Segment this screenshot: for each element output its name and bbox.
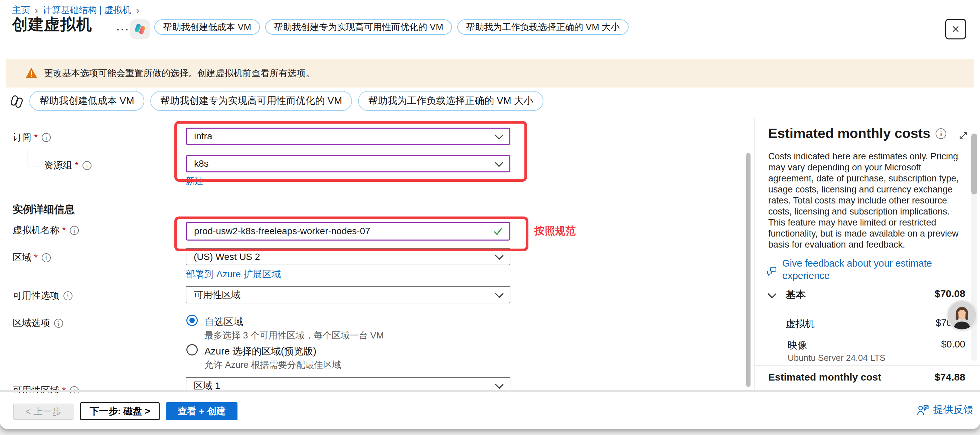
subscription-dropdown[interactable]: infra bbox=[186, 127, 511, 145]
required-marker: * bbox=[34, 252, 38, 263]
radio-azure-selected-zones[interactable] bbox=[186, 344, 198, 355]
availability-options-value: 可用性区域 bbox=[194, 288, 240, 301]
tree-connector bbox=[27, 149, 27, 166]
chevron-down-icon bbox=[495, 158, 503, 167]
radio-self-selected-zones[interactable] bbox=[186, 315, 198, 326]
more-menu-icon[interactable]: ⋯ bbox=[116, 21, 129, 37]
radio-azure-selected-zones-desc: 允许 Azure 根据需要分配最佳区域 bbox=[204, 359, 341, 371]
chevron-down-icon bbox=[495, 251, 503, 260]
info-icon[interactable] bbox=[54, 319, 63, 328]
total-cost-value: $74.88 bbox=[869, 371, 965, 383]
copilot-suggestion-vm-size[interactable]: 帮助我为工作负载选择正确的 VM 大小 bbox=[358, 91, 543, 111]
info-icon[interactable] bbox=[83, 161, 92, 170]
cost-item-label: 虚拟机 bbox=[786, 317, 815, 331]
chevron-right-icon: › bbox=[136, 6, 139, 15]
availability-options-dropdown[interactable]: 可用性区域 bbox=[186, 286, 511, 303]
radio-azure-selected-zones-label: Azure 选择的区域(预览版) bbox=[204, 345, 316, 358]
info-icon[interactable] bbox=[42, 133, 51, 142]
warning-banner: 更改基本选项可能会重置所做的选择。创建虚拟机前查看所有选项。 bbox=[6, 59, 974, 88]
cost-divider bbox=[754, 365, 980, 366]
collapse-panel-icon[interactable] bbox=[957, 130, 969, 143]
cost-group-label: 基本 bbox=[786, 288, 806, 302]
valid-check-icon bbox=[493, 226, 503, 236]
page-title: 创建虚拟机 bbox=[12, 14, 92, 35]
copilot-suggestion-low-cost[interactable]: 帮助我创建低成本 VM bbox=[29, 91, 144, 111]
info-icon[interactable] bbox=[64, 292, 73, 300]
resource-group-label: 资源组* bbox=[44, 159, 92, 172]
chevron-right-icon: › bbox=[35, 6, 38, 15]
feedback-bubbles-icon bbox=[766, 266, 778, 277]
copilot-icon[interactable] bbox=[130, 19, 150, 39]
cost-group-value: $70.08 bbox=[869, 288, 965, 300]
avatar[interactable] bbox=[948, 301, 976, 330]
panel-divider bbox=[754, 118, 754, 390]
cost-panel-title: Estimated monthly costs bbox=[768, 126, 946, 141]
estimate-feedback-link[interactable]: Give feedback about your estimate experi… bbox=[766, 257, 967, 282]
footer-divider bbox=[0, 390, 980, 392]
vm-name-annotation: 按照规范 bbox=[535, 224, 576, 238]
copilot-logo-icon bbox=[133, 22, 146, 36]
info-icon[interactable] bbox=[42, 253, 51, 262]
warning-icon bbox=[25, 67, 37, 79]
close-button[interactable] bbox=[945, 19, 966, 40]
copilot-suggestion-high-availability[interactable]: 帮助我创建专为实现高可用性而优化的 VM bbox=[150, 91, 352, 111]
warning-text: 更改基本选项可能会重置所做的选择。创建虚拟机前查看所有选项。 bbox=[44, 67, 315, 79]
total-cost-label: Estimated monthly cost bbox=[768, 371, 881, 383]
subscription-value: infra bbox=[194, 131, 212, 142]
region-dropdown[interactable]: (US) West US 2 bbox=[186, 248, 511, 265]
cost-panel-description: Costs indicated here are estimates only.… bbox=[768, 151, 963, 250]
copilot-suggestion-high-availability[interactable]: 帮助我创建专为实现高可用性而优化的 VM bbox=[265, 19, 452, 35]
required-marker: * bbox=[62, 225, 66, 236]
chevron-down-icon bbox=[495, 380, 503, 389]
review-create-button[interactable]: 查看 + 创建 bbox=[166, 402, 237, 420]
radio-self-selected-zones-label: 自选区域 bbox=[204, 315, 243, 329]
create-vm-page: 主页 › 计算基础结构 | 虚拟机 › 创建虚拟机 ⋯ 帮助我创建低成本 VM … bbox=[0, 0, 980, 429]
region-value: (US) West US 2 bbox=[194, 252, 260, 262]
previous-button[interactable]: < 上一步 bbox=[13, 403, 73, 420]
copilot-suggestions-row-top: 帮助我创建低成本 VM 帮助我创建专为实现高可用性而优化的 VM 帮助我为工作负… bbox=[154, 19, 628, 35]
tree-connector bbox=[27, 166, 43, 166]
panel-scrollbar-thumb[interactable] bbox=[971, 134, 977, 194]
required-marker: * bbox=[75, 160, 78, 171]
copilot-suggestion-low-cost[interactable]: 帮助我创建低成本 VM bbox=[154, 19, 260, 35]
info-icon[interactable] bbox=[935, 128, 946, 139]
cost-item-sub-label: Ubuntu Server 24.04 LTS bbox=[788, 353, 886, 363]
instance-details-section-header: 实例详细信息 bbox=[13, 202, 75, 217]
main-scrollbar[interactable] bbox=[746, 153, 751, 387]
subscription-label: 订阅* bbox=[13, 131, 51, 143]
copilot-suggestions-row-main: 帮助我创建低成本 VM 帮助我创建专为实现高可用性而优化的 VM 帮助我为工作负… bbox=[29, 91, 543, 111]
info-icon[interactable] bbox=[70, 226, 79, 235]
chevron-down-icon bbox=[495, 289, 503, 298]
region-label: 区域* bbox=[13, 251, 51, 264]
chevron-down-icon bbox=[495, 131, 503, 139]
resource-group-dropdown[interactable]: k8s bbox=[186, 155, 511, 172]
resource-group-value: k8s bbox=[194, 158, 209, 169]
cost-item-value: $0.00 bbox=[869, 339, 965, 350]
cost-item-label: 映像 bbox=[788, 339, 807, 352]
expand-group-chevron-icon[interactable] bbox=[768, 289, 776, 298]
give-feedback-link[interactable]: 提供反馈 bbox=[916, 403, 973, 417]
required-marker: * bbox=[34, 132, 38, 143]
zone-options-label: 区域选项 bbox=[13, 317, 63, 330]
feedback-person-icon bbox=[916, 404, 929, 416]
vm-name-input[interactable] bbox=[186, 222, 511, 241]
copilot-outline-icon[interactable] bbox=[9, 94, 25, 110]
vm-name-label: 虚拟机名称* bbox=[13, 224, 79, 237]
copilot-suggestion-vm-size[interactable]: 帮助我为工作负载选择正确的 VM 大小 bbox=[457, 19, 628, 35]
availability-options-label: 可用性选项 bbox=[13, 289, 73, 302]
deploy-extended-zone-link[interactable]: 部署到 Azure 扩展区域 bbox=[186, 268, 281, 280]
close-icon bbox=[951, 24, 961, 34]
create-new-resource-group-link[interactable]: 新建 bbox=[186, 175, 204, 187]
next-disks-button[interactable]: 下一步: 磁盘 > bbox=[80, 402, 160, 420]
radio-self-selected-zones-desc: 最多选择 3 个可用性区域，每个区域一台 VM bbox=[204, 330, 384, 341]
